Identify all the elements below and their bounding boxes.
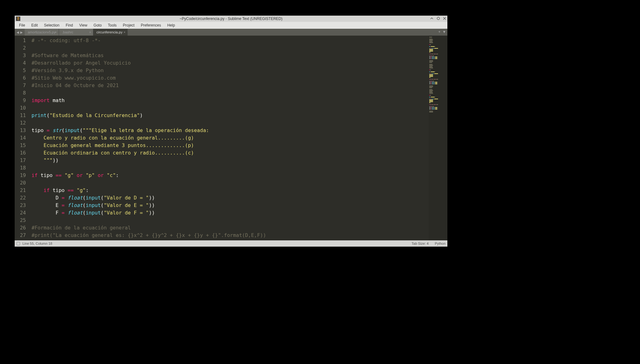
minimap-line: [429, 57, 447, 57]
minimap-line: [429, 80, 447, 81]
code-line[interactable]: if tipo == "g":: [32, 187, 426, 194]
close-button[interactable]: [443, 17, 446, 21]
code-line[interactable]: [32, 119, 426, 127]
minimap-line: [429, 86, 447, 86]
code-line[interactable]: Centro y radio con la ecuación general..…: [32, 134, 426, 142]
code-line[interactable]: if tipo == "g" or "p" or "c":: [32, 172, 426, 179]
code-line[interactable]: #Inicio 04 de Octubre de 2021: [32, 82, 426, 89]
minimap-line: [429, 54, 447, 54]
minimap-line: [429, 110, 447, 111]
minimap[interactable]: [429, 36, 447, 240]
code-line[interactable]: F = float(input("Valor de F = ")): [32, 209, 426, 217]
minimap-line: [429, 87, 447, 88]
tab-amortizacionv5-py[interactable]: amortizacionv5.py×: [25, 29, 59, 36]
code-line[interactable]: [32, 164, 426, 172]
minimap-line: [429, 49, 447, 50]
minimap-line: [429, 109, 447, 110]
code-line[interactable]: [32, 179, 426, 187]
minimap-line: [429, 65, 447, 66]
tab-circunferencia-py[interactable]: circunferencia.py×: [93, 29, 128, 36]
tab-menu-icon[interactable]: ▼: [442, 30, 446, 34]
code-line[interactable]: import math: [32, 97, 426, 104]
code-line[interactable]: [32, 44, 426, 52]
code-line[interactable]: # -*- coding: utf-8 -*-: [32, 37, 426, 44]
tab-prev-icon[interactable]: ◀: [16, 31, 20, 34]
status-tab-size[interactable]: Tab Size: 4: [411, 242, 428, 245]
menu-goto[interactable]: Goto: [91, 22, 105, 28]
menu-find[interactable]: Find: [62, 22, 76, 28]
app-icon: [16, 17, 20, 21]
code-line[interactable]: D = float(input("Valor de D = ")): [32, 194, 426, 202]
code-line[interactable]: #print("La ecuación general es: {}x^2 + …: [32, 232, 426, 239]
menu-file[interactable]: File: [16, 22, 28, 28]
minimap-line: [429, 85, 447, 85]
code-line[interactable]: #Formación de la ecuación general: [32, 224, 426, 232]
menu-view[interactable]: View: [76, 22, 91, 28]
panel-toggle-icon[interactable]: [17, 242, 20, 245]
minimap-line: [429, 94, 447, 95]
minimap-line: [429, 77, 447, 78]
tab-next-icon[interactable]: ▶: [20, 31, 23, 34]
tabbar: ◀ ▶ amortizacionv5.py×.bashrc×circunfere…: [15, 29, 447, 36]
tab-close-icon[interactable]: ×: [55, 30, 57, 34]
code-line[interactable]: #Software de Matemáticas: [32, 52, 426, 59]
minimap-line: [429, 52, 447, 52]
code-editor[interactable]: # -*- coding: utf-8 -*- #Software de Mat…: [29, 36, 429, 240]
code-line[interactable]: #Sitio Web www.yocupicio.com: [32, 74, 426, 82]
tab--bashrc[interactable]: .bashrc×: [59, 29, 93, 36]
new-tab-icon[interactable]: +: [438, 30, 441, 34]
editor-area: 1234567891011121314151617181920212223242…: [15, 36, 447, 240]
menu-project[interactable]: Project: [120, 22, 138, 28]
code-line[interactable]: Ecuación general mediante 3 puntos......…: [32, 142, 426, 149]
svg-point-0: [437, 17, 440, 20]
tab-close-icon[interactable]: ×: [124, 30, 126, 34]
menu-edit[interactable]: Edit: [28, 22, 41, 28]
code-line[interactable]: #Versión 3.9.x de Python: [32, 67, 426, 74]
window-controls: [430, 17, 446, 21]
line-number: 8: [16, 89, 26, 97]
menu-preferences[interactable]: Preferences: [138, 22, 164, 28]
minimap-line: [429, 100, 447, 100]
line-number: 18: [16, 164, 26, 172]
app-window: ~PyCode/circunferencia.py - Sublime Text…: [15, 16, 447, 247]
tabbar-right: + ▼: [438, 30, 446, 34]
code-line[interactable]: [32, 217, 426, 224]
code-line[interactable]: [32, 89, 426, 97]
minimap-line: [429, 73, 447, 74]
minimap-line: [429, 58, 447, 59]
code-line[interactable]: [32, 104, 426, 112]
line-number: 23: [16, 202, 26, 209]
minimap-line: [429, 74, 447, 75]
code-line[interactable]: print("Estudio de la Circunferencia"): [32, 112, 426, 119]
code-line[interactable]: #Desarrollado por Angel Yocupicio: [32, 59, 426, 67]
minimap-line: [429, 45, 447, 46]
minimap-line: [429, 76, 447, 77]
line-number: 16: [16, 149, 26, 157]
code-line[interactable]: E = float(input("Valor de E = ")): [32, 202, 426, 209]
minimap-line: [429, 107, 447, 108]
minimap-line: [429, 37, 447, 37]
line-number: 17: [16, 157, 26, 164]
menu-help[interactable]: Help: [164, 22, 178, 28]
minimap-line: [429, 89, 447, 90]
minimap-line: [429, 39, 447, 39]
minimap-line: [429, 57, 447, 58]
line-number: 24: [16, 209, 26, 217]
code-line[interactable]: """)): [32, 157, 426, 164]
status-position[interactable]: Line 55, Column 18: [22, 242, 52, 245]
minimap-line: [429, 83, 447, 83]
line-number: 12: [16, 119, 26, 127]
code-line[interactable]: tipo = str(input("""Elige la letra de la…: [32, 127, 426, 134]
code-line[interactable]: Ecuación ordinaria con centro y radio...…: [32, 149, 426, 157]
tab-close-icon[interactable]: ×: [89, 30, 91, 34]
menu-selection[interactable]: Selection: [41, 22, 62, 28]
maximize-button[interactable]: [437, 17, 440, 21]
menu-tools[interactable]: Tools: [105, 22, 120, 28]
minimize-button[interactable]: [430, 17, 434, 21]
minimap-line: [429, 95, 447, 96]
tab-nav: ◀ ▶: [15, 29, 25, 36]
minimap-line: [429, 92, 447, 93]
minimap-line: [429, 93, 447, 94]
status-syntax[interactable]: Python: [435, 242, 446, 245]
minimap-line: [429, 81, 447, 81]
